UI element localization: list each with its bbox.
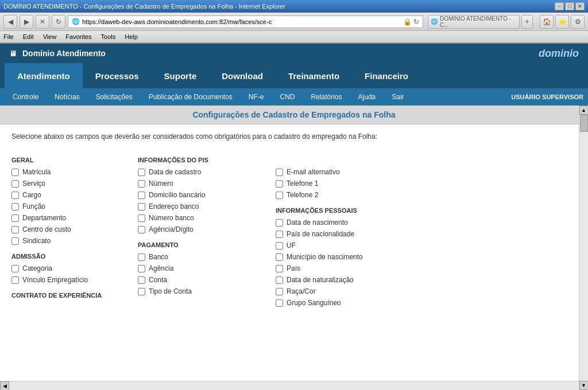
checkbox-telefone1-input[interactable] (276, 180, 283, 188)
checkbox-data-cadastro-input[interactable] (138, 169, 145, 176)
tools-button[interactable]: ⚙ (571, 15, 585, 29)
checkbox-email-alternativo-input[interactable] (276, 169, 283, 176)
checkbox-tipo-conta[interactable]: Tipo de Conta (138, 287, 264, 295)
checkbox-pais-nacionalidade[interactable]: País de nacionalidade (276, 230, 413, 238)
checkbox-raca-cor-input[interactable] (276, 288, 283, 295)
checkbox-vinculo-input[interactable] (11, 276, 19, 284)
subnav-cnd[interactable]: CND (272, 88, 303, 106)
checkbox-servico[interactable]: Serviço (11, 180, 126, 188)
checkbox-matricula[interactable]: Matrícula (11, 168, 126, 176)
checkbox-domicilio-bancario[interactable]: Domicílio bancário (138, 191, 264, 199)
checkbox-data-nascimento-input[interactable] (276, 219, 283, 227)
tab-area[interactable]: 🌐 DOMÍNIO ATENDIMENTO - C... (428, 15, 520, 29)
checkbox-categoria-input[interactable] (11, 265, 19, 272)
subnav-sair[interactable]: Sair (384, 88, 412, 106)
home-button[interactable]: 🏠 (540, 15, 554, 29)
vertical-scrollbar[interactable]: ▲ ▼ (579, 106, 588, 390)
checkbox-pais[interactable]: País (276, 264, 413, 272)
checkbox-grupo-sanguineo-input[interactable] (276, 299, 283, 307)
maximize-button[interactable]: □ (565, 2, 574, 10)
checkbox-agencia[interactable]: Agência (138, 264, 264, 272)
menu-help[interactable]: Help (125, 33, 138, 40)
nav-processos[interactable]: Processos (83, 63, 152, 88)
nav-atendimento[interactable]: Atendimento (5, 63, 83, 88)
nav-download[interactable]: Download (209, 63, 276, 88)
subnav-controle[interactable]: Controle (5, 88, 47, 106)
checkbox-departamento-input[interactable] (11, 214, 19, 222)
window-controls[interactable]: – □ ✕ (555, 2, 585, 10)
scroll-down-arrow[interactable]: ▼ (579, 381, 589, 390)
checkbox-data-cadastro[interactable]: Data de cadastro (138, 168, 264, 176)
checkbox-uf[interactable]: UF (276, 241, 413, 249)
horizontal-scroll-track[interactable] (9, 381, 579, 390)
checkbox-centro-custo[interactable]: Centro de custo (11, 225, 126, 233)
forward-button[interactable]: ▶ (20, 15, 33, 29)
checkbox-telefone2[interactable]: Telefone 2 (276, 191, 413, 199)
checkbox-departamento[interactable]: Departamento (11, 214, 126, 222)
subnav-nfe[interactable]: NF-e (241, 88, 272, 106)
checkbox-conta-input[interactable] (138, 276, 145, 284)
checkbox-numero-input[interactable] (138, 180, 145, 188)
nav-financeiro[interactable]: Financeiro (352, 63, 421, 88)
stop-button[interactable]: ✕ (36, 15, 49, 29)
checkbox-endereco-banco[interactable]: Endereço banco (138, 202, 264, 210)
checkbox-domicilio-bancario-input[interactable] (138, 192, 145, 199)
menu-tools[interactable]: Tools (101, 33, 116, 40)
scroll-up-arrow[interactable]: ▲ (579, 106, 589, 115)
subnav-publicacao[interactable]: Publicação de Documentos (141, 88, 241, 106)
checkbox-raca-cor[interactable]: Raça/Cor (276, 287, 413, 295)
checkbox-telefone1[interactable]: Telefone 1 (276, 180, 413, 188)
checkbox-categoria[interactable]: Categoria (11, 264, 126, 272)
checkbox-telefone2-input[interactable] (276, 192, 283, 199)
horizontal-scrollbar[interactable]: ◀ ▶ (0, 381, 588, 390)
checkbox-agencia-digito[interactable]: Agência/Dígito (138, 225, 264, 233)
checkbox-sindicato[interactable]: Sindicato (11, 237, 126, 245)
menu-view[interactable]: View (43, 33, 57, 40)
checkbox-data-naturalizacao-input[interactable] (276, 276, 283, 284)
scroll-thumb[interactable] (580, 115, 588, 132)
subnav-noticias[interactable]: Notícias (47, 88, 87, 106)
favorites-button[interactable]: ⭐ (555, 15, 569, 29)
checkbox-data-naturalizacao[interactable]: Data de naturalização (276, 276, 413, 284)
menu-edit[interactable]: Edit (23, 33, 34, 40)
checkbox-email-alternativo[interactable]: E-mail alternativo (276, 168, 413, 176)
checkbox-conta[interactable]: Conta (138, 276, 264, 284)
checkbox-numero-banco[interactable]: Número banco (138, 214, 264, 222)
subnav-ajuda[interactable]: Ajuda (350, 88, 384, 106)
checkbox-servico-input[interactable] (11, 180, 19, 188)
scroll-left-arrow[interactable]: ◀ (0, 381, 9, 391)
checkbox-sindicato-input[interactable] (11, 237, 19, 245)
nav-treinamento[interactable]: Treinamento (276, 63, 352, 88)
checkbox-matricula-input[interactable] (11, 169, 19, 176)
checkbox-numero[interactable]: Número (138, 180, 264, 188)
checkbox-endereco-banco-input[interactable] (138, 203, 145, 210)
new-tab-button[interactable]: + (521, 15, 533, 29)
checkbox-tipo-conta-input[interactable] (138, 288, 145, 295)
close-button[interactable]: ✕ (575, 2, 585, 10)
checkbox-grupo-sanguineo[interactable]: Grupo Sanguíneo (276, 299, 413, 307)
checkbox-uf-input[interactable] (276, 242, 283, 249)
checkbox-municipio-nascimento-input[interactable] (276, 253, 283, 261)
checkbox-agencia-digito-input[interactable] (138, 226, 145, 233)
checkbox-pais-nacionalidade-input[interactable] (276, 231, 283, 238)
subnav-relatorios[interactable]: Relatórios (303, 88, 350, 106)
subnav-solicitacoes[interactable]: Solicitações (88, 88, 141, 106)
checkbox-municipio-nascimento[interactable]: Município de nascimento (276, 253, 413, 261)
checkbox-centro-custo-input[interactable] (11, 226, 19, 233)
menu-favorites[interactable]: Favorites (65, 33, 91, 40)
checkbox-banco-input[interactable] (138, 253, 145, 261)
checkbox-pais-input[interactable] (276, 265, 283, 272)
checkbox-funcao-input[interactable] (11, 203, 19, 210)
scroll-track[interactable] (579, 115, 588, 381)
checkbox-cargo[interactable]: Cargo (11, 191, 126, 199)
checkbox-banco[interactable]: Banco (138, 253, 264, 261)
url-input[interactable] (82, 18, 403, 25)
minimize-button[interactable]: – (555, 2, 564, 10)
checkbox-funcao[interactable]: Função (11, 202, 126, 210)
back-button[interactable]: ◀ (3, 15, 17, 29)
refresh-button[interactable]: ↻ (52, 15, 65, 29)
checkbox-cargo-input[interactable] (11, 192, 19, 199)
address-bar[interactable]: 🌐 🔒 ↻ (68, 15, 423, 28)
checkbox-vinculo[interactable]: Vínculo Empregatício (11, 276, 126, 284)
checkbox-numero-banco-input[interactable] (138, 214, 145, 222)
